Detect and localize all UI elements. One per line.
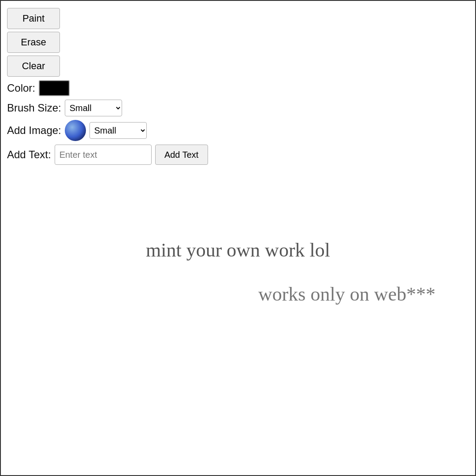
brush-size-label: Brush Size: bbox=[7, 102, 61, 114]
text-input[interactable] bbox=[55, 145, 152, 165]
color-swatch[interactable] bbox=[39, 80, 70, 96]
add-text-row: Add Text: Add Text bbox=[7, 145, 208, 165]
paint-button[interactable]: Paint bbox=[7, 8, 60, 29]
canvas-text-2: works only on web*** bbox=[258, 283, 435, 305]
add-image-label: Add Image: bbox=[7, 124, 61, 137]
brush-size-row: Brush Size: Small Medium Large bbox=[7, 100, 208, 116]
brush-size-select[interactable]: Small Medium Large bbox=[65, 100, 122, 116]
add-image-row: Add Image: Small Medium Large bbox=[7, 120, 208, 141]
color-label: Color: bbox=[7, 82, 35, 94]
add-text-button[interactable]: Add Text bbox=[155, 145, 208, 165]
canvas-text-1: mint your own work lol bbox=[146, 239, 330, 261]
image-preview[interactable] bbox=[65, 120, 86, 141]
clear-button[interactable]: Clear bbox=[7, 56, 60, 77]
erase-button[interactable]: Erase bbox=[7, 32, 60, 53]
add-text-label: Add Text: bbox=[7, 149, 51, 161]
image-size-select[interactable]: Small Medium Large bbox=[89, 122, 147, 139]
toolbar: Paint Erase Clear Color: Brush Size: Sma… bbox=[7, 8, 208, 165]
color-row: Color: bbox=[7, 80, 208, 96]
